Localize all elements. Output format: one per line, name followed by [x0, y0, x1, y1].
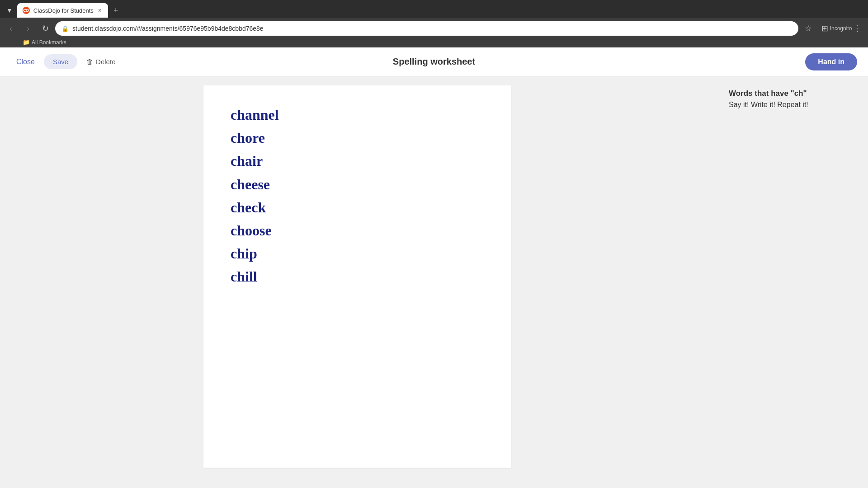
- delete-label: Delete: [96, 58, 115, 66]
- menu-btn[interactable]: ⋮: [850, 21, 864, 36]
- word-list-item: check: [231, 196, 484, 219]
- worksheet-area: channelchorechaircheesecheckchoosechipch…: [0, 76, 714, 477]
- save-btn[interactable]: Save: [44, 54, 77, 69]
- address-bar: 🔒: [55, 21, 798, 36]
- word-list-item: cheese: [231, 173, 484, 196]
- bookmarks-label[interactable]: All Bookmarks: [32, 39, 66, 46]
- worksheet-paper: channelchorechaircheesecheckchoosechipch…: [203, 85, 511, 468]
- word-list-item: chip: [231, 242, 484, 265]
- word-list: channelchorechaircheesecheckchoosechipch…: [231, 103, 484, 289]
- back-btn[interactable]: ‹: [4, 21, 18, 36]
- browser-chrome: ▼ CD ClassDojo for Students × + ‹ › ↻ 🔒 …: [0, 0, 868, 47]
- toolbar-actions: ☆ ⊞ Incognito ⋮: [801, 21, 864, 36]
- browser-titlebar: ▼ CD ClassDojo for Students × +: [0, 0, 868, 18]
- url-input[interactable]: [72, 25, 792, 32]
- bookmark-btn[interactable]: ☆: [801, 21, 816, 36]
- page-title: Spelling worksheet: [393, 56, 475, 67]
- tab-favicon: CD: [23, 7, 30, 14]
- tab-bar: ▼ CD ClassDojo for Students × +: [4, 3, 122, 18]
- tab-title: ClassDojo for Students: [33, 7, 94, 14]
- active-tab[interactable]: CD ClassDojo for Students ×: [17, 3, 108, 18]
- word-list-item: channel: [231, 103, 484, 127]
- instruction-subtitle: Say it! Write it! Repeat it!: [729, 101, 854, 109]
- close-btn[interactable]: Close: [11, 54, 40, 70]
- tab-dropdown-btn[interactable]: ▼: [4, 5, 15, 16]
- word-list-item: chore: [231, 127, 484, 150]
- word-list-item: chill: [231, 265, 484, 288]
- bookmarks-bar: 📁 All Bookmarks: [0, 39, 868, 47]
- app-container: Close Save 🗑 Delete Spelling worksheet H…: [0, 47, 868, 477]
- instruction-title: Words that have "ch": [729, 89, 854, 98]
- profile-btn[interactable]: Incognito: [834, 21, 848, 36]
- delete-btn[interactable]: 🗑 Delete: [81, 54, 121, 69]
- browser-toolbar: ‹ › ↻ 🔒 ☆ ⊞ Incognito ⋮: [0, 18, 868, 39]
- word-list-item: choose: [231, 219, 484, 242]
- app-header: Close Save 🗑 Delete Spelling worksheet H…: [0, 47, 868, 76]
- delete-icon: 🗑: [86, 58, 93, 66]
- lock-icon: 🔒: [61, 25, 69, 32]
- sidebar-panel: Words that have "ch" Say it! Write it! R…: [714, 76, 868, 477]
- tab-close-btn[interactable]: ×: [97, 7, 103, 14]
- forward-btn[interactable]: ›: [21, 21, 35, 36]
- main-content: channelchorechaircheesecheckchoosechipch…: [0, 76, 868, 477]
- bookmarks-folder-icon: 📁: [23, 39, 30, 46]
- new-tab-btn[interactable]: +: [110, 4, 122, 17]
- hand-in-btn[interactable]: Hand in: [805, 53, 857, 70]
- reload-btn[interactable]: ↻: [38, 21, 52, 36]
- word-list-item: chair: [231, 150, 484, 173]
